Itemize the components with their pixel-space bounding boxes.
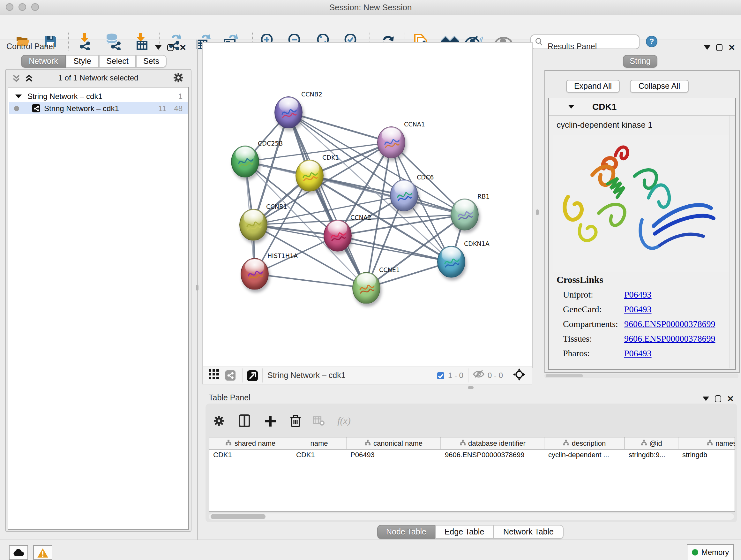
table-cell[interactable]: cyclin-dependent ... [544, 449, 625, 460]
import-network-from-file-button[interactable] [74, 32, 96, 51]
divider-handle[interactable] [536, 209, 539, 215]
column-header-namespace[interactable]: namespace [678, 437, 735, 449]
table-options-gear-icon[interactable] [211, 413, 227, 429]
column-header-label: database identifier [468, 439, 526, 447]
tab-node-table[interactable]: Node Table [377, 525, 435, 539]
divider-handle[interactable] [196, 285, 199, 291]
maximize-panel-icon[interactable] [167, 44, 174, 51]
warnings-button[interactable] [33, 545, 52, 560]
network-node-ccna1[interactable] [377, 126, 405, 159]
column-header-database-identifier[interactable]: database identifier [441, 437, 544, 449]
divider-handle[interactable] [468, 386, 474, 389]
create-column-icon[interactable] [262, 413, 278, 429]
network-node-ccna2[interactable] [324, 220, 352, 252]
result-card-header[interactable]: CDK1 [549, 98, 735, 116]
network-node-rb1[interactable] [451, 199, 479, 231]
column-header-label: name [310, 439, 328, 447]
table-panel-window-buttons: ✕ [703, 395, 734, 402]
network-node-cdkn1a[interactable] [437, 246, 465, 278]
crosslinks-title: CrossLinks [556, 274, 603, 286]
protein-structure-thumbnail [245, 217, 263, 235]
tab-sets[interactable]: Sets [136, 55, 166, 68]
protein-structure-thumbnail [456, 207, 474, 225]
network-node-cdc6[interactable] [390, 179, 418, 211]
table-cell[interactable]: stringdb:9... [625, 449, 678, 460]
function-builder-icon: f(x) [333, 413, 355, 429]
table-cell[interactable]: 9606.ENSP00000378699 [441, 449, 544, 460]
node-table: shared namenamecanonical namedatabase id… [209, 437, 735, 512]
close-panel-icon[interactable]: ✕ [727, 395, 734, 402]
tab-edge-table[interactable]: Edge Table [435, 525, 493, 539]
collapse-entry-icon[interactable] [568, 105, 575, 109]
network-view-icon[interactable] [225, 370, 235, 381]
table-header-row: shared namenamecanonical namedatabase id… [209, 437, 735, 449]
collapse-all-button[interactable]: Collapse All [630, 80, 689, 92]
table-horizontal-scrollbar[interactable] [209, 513, 734, 520]
tab-network-table[interactable]: Network Table [493, 525, 563, 539]
network-node-cdk1[interactable] [295, 160, 324, 192]
node-label-cdk1: CDK1 [322, 154, 339, 161]
crosslink-link[interactable]: 9606.ENSP00000378699 [624, 319, 715, 329]
scrollbar-thumb[interactable] [211, 514, 266, 519]
tab-style[interactable]: Style [66, 55, 99, 68]
float-panel-icon[interactable] [704, 45, 711, 50]
column-header-canonical-name[interactable]: canonical name [347, 437, 441, 449]
expand-all-button[interactable]: Expand All [566, 80, 620, 92]
table-cell[interactable]: P06493 [347, 449, 441, 460]
crosslink-link[interactable]: P06493 [624, 305, 652, 315]
detach-view-icon[interactable] [247, 370, 258, 381]
hidden-eye-icon [473, 370, 484, 381]
crosslink-link[interactable]: P06493 [624, 290, 652, 300]
tab-network[interactable]: Network [21, 55, 66, 68]
maximize-panel-icon[interactable] [716, 44, 723, 51]
network-node-hist1h1a[interactable] [241, 258, 269, 290]
import-network-from-database-button[interactable] [102, 32, 124, 51]
crosslink-row: Pharos:P06493 [563, 349, 590, 359]
results-horizontal-scrollbar[interactable] [544, 374, 738, 378]
navigator-crosshair-icon[interactable] [513, 368, 525, 383]
protein-structure-thumbnail [280, 105, 298, 123]
table-cell[interactable]: CDK1 [292, 449, 347, 460]
float-panel-icon[interactable] [703, 396, 709, 401]
help-button[interactable]: ? [646, 36, 657, 47]
crosslink-row: Tissues:9606.ENSP00000378699 [563, 334, 592, 344]
tab-string[interactable]: String [623, 55, 657, 68]
float-panel-icon[interactable] [155, 45, 161, 50]
network-canvas[interactable]: CCNB2CCNA1CDC25BCDK1CDC6RB1CCNB1CCNA2CDK… [202, 42, 533, 368]
network-node-ccnb2[interactable] [274, 97, 302, 128]
results-vertical-scrollbar[interactable] [730, 116, 735, 368]
network-node-ccnb1[interactable] [239, 209, 267, 241]
show-columns-icon[interactable] [236, 413, 253, 429]
column-header-shared-name[interactable]: shared name [209, 437, 292, 449]
network-collection-row[interactable]: String Network – cdk1 1 [9, 90, 188, 102]
collection-expander-icon[interactable] [15, 94, 22, 98]
main-toolbar: ? [0, 15, 741, 40]
selection-checkbox[interactable] [437, 372, 444, 379]
network-node-cdc25b[interactable] [231, 145, 259, 178]
node-label-ccnb2: CCNB2 [301, 91, 322, 98]
tab-select[interactable]: Select [99, 55, 136, 68]
scrollbar-thumb[interactable] [546, 374, 583, 377]
table-cell[interactable]: CDK1 [209, 449, 292, 460]
network-label: String Network – cdk1 [44, 104, 119, 113]
crosslink-link[interactable]: 9606.ENSP00000378699 [624, 334, 715, 344]
import-table-from-file-button[interactable] [131, 32, 152, 51]
grid-view-icon[interactable] [209, 369, 219, 382]
table-cell[interactable]: stringdb [678, 449, 735, 460]
node-label-ccna1: CCNA1 [404, 121, 425, 128]
column-header-description[interactable]: description [544, 437, 625, 449]
memory-button[interactable]: Memory [687, 544, 734, 560]
column-header--id[interactable]: @id [625, 437, 678, 449]
maximize-panel-icon[interactable] [715, 395, 721, 402]
network-type-icon [32, 104, 40, 112]
network-options-gear-icon[interactable] [173, 72, 184, 85]
cloud-status-button[interactable] [9, 545, 28, 560]
network-row-selected[interactable]: String Network – cdk1 11 48 [9, 102, 188, 114]
column-header-name[interactable]: name [292, 437, 347, 449]
close-panel-icon[interactable]: ✕ [728, 44, 735, 51]
crosslink-link[interactable]: P06493 [624, 349, 652, 359]
close-panel-icon[interactable]: ✕ [179, 44, 186, 51]
delete-column-icon[interactable] [287, 413, 304, 429]
network-node-ccne1[interactable] [352, 272, 381, 304]
selected-node-edge-count: 1 - 0 [448, 371, 463, 380]
